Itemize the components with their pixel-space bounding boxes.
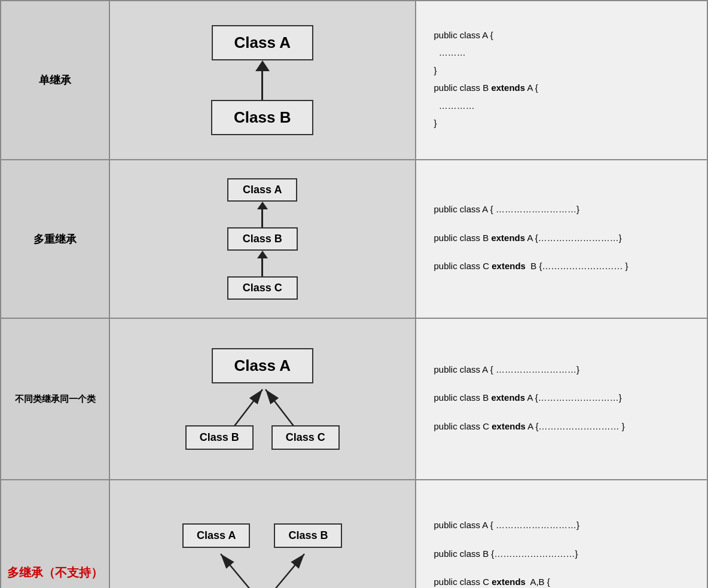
diagram-multilevel-inner: Class A Class B Class C	[116, 172, 409, 306]
diagram-diffclasses-inner: Class A	[116, 342, 409, 456]
dc-code-2: public class B extends A {………………………}	[434, 390, 689, 406]
row-single-inheritance: 单继承 Class A Class B public class A { ………	[1, 1, 707, 160]
label-text-4: 多继承（不支持）	[7, 566, 103, 579]
mi-code-3: public class C extends A,B {	[434, 574, 689, 588]
label-text-3: 不同类继承同一个类	[15, 394, 96, 404]
arrow-line-m1	[261, 209, 263, 227]
arrow-line-m2	[261, 258, 263, 276]
code-line-4: public class B extends A {	[434, 80, 689, 96]
diagram-single: Class A Class B	[109, 1, 416, 160]
diagram-multilevel: Class A Class B Class C	[109, 160, 416, 318]
code-line-5: …………	[434, 98, 689, 114]
arrow-multi1	[257, 202, 268, 227]
class-a-box-row3: Class A	[212, 348, 313, 383]
class-a-box-row2: Class A	[227, 178, 297, 202]
arrows-row3	[185, 383, 340, 431]
bc-row: Class B Class C	[185, 425, 340, 450]
diagram-multi: Class A Class B	[109, 480, 416, 588]
label-multi: 多继承（不支持）	[1, 480, 109, 588]
code-multi: public class A { ………………………} public class…	[416, 480, 708, 588]
svg-line-5	[268, 554, 304, 588]
svg-line-2	[266, 389, 295, 428]
code-single: public class A { ……… } public class B ex…	[416, 1, 708, 160]
mi-code-1: public class A { ………………………}	[434, 517, 689, 533]
code-line-1: public class A {	[434, 28, 689, 43]
label-text: 单继承	[39, 74, 71, 86]
class-b-box-row1: Class B	[211, 100, 313, 135]
ml-code-2: public class B extends A {………………………}	[434, 230, 689, 246]
label-diffclasses: 不同类继承同一个类	[1, 318, 109, 480]
row-multilevel: 多重继承 Class A Class B Class C	[1, 160, 707, 318]
code-multilevel: public class A { ………………………} public class…	[416, 160, 708, 318]
class-c-box-row2: Class C	[227, 276, 298, 300]
label-text-2: 多重继承	[33, 233, 77, 245]
arrow-head-m1	[257, 202, 268, 209]
arrow-single	[255, 60, 270, 100]
class-b-box-row4: Class B	[274, 523, 342, 548]
svg-line-4	[221, 554, 257, 588]
ml-code-1: public class A { ………………………}	[434, 202, 689, 217]
class-b-box-row2: Class B	[227, 227, 298, 251]
label-multilevel: 多重继承	[1, 160, 109, 318]
diagram-diffclasses: Class A	[109, 318, 416, 480]
ab-top-row: Class A Class B	[182, 523, 342, 548]
arrow-head-single	[255, 60, 270, 71]
dc-code-3: public class C extends A {……………………… }	[434, 419, 689, 434]
arrow-line-single	[261, 71, 263, 100]
arrow-head-m2	[257, 251, 268, 258]
main-table: 单继承 Class A Class B public class A { ………	[0, 0, 708, 588]
dc-code-1: public class A { ………………………}	[434, 362, 689, 377]
diagram-single-inner: Class A Class B	[116, 13, 409, 147]
class-c-box-row3: Class C	[271, 425, 340, 450]
arrows-row4	[176, 548, 349, 588]
svg-line-1	[233, 389, 263, 428]
class-a-box-row1: Class A	[212, 25, 313, 60]
class-b-box-row3: Class B	[185, 425, 254, 450]
code-diffclasses: public class A { ………………………} public class…	[416, 318, 708, 480]
arrow-multi2	[257, 251, 268, 276]
code-line-2: ………	[434, 45, 689, 60]
code-line-6: }	[434, 115, 689, 131]
row-diff-classes: 不同类继承同一个类 Class A	[1, 318, 707, 480]
mi-code-2: public class B {………………………}	[434, 546, 689, 562]
code-line-3: }	[434, 63, 689, 78]
class-a-box-row4: Class A	[182, 523, 250, 548]
diagram-multi-inner: Class A Class B	[116, 517, 409, 588]
label-single: 单继承	[1, 1, 109, 160]
ml-code-3: public class C extends B {……………………… }	[434, 258, 689, 274]
row-multi-inherit: 多继承（不支持） Class A Class B	[1, 480, 707, 588]
